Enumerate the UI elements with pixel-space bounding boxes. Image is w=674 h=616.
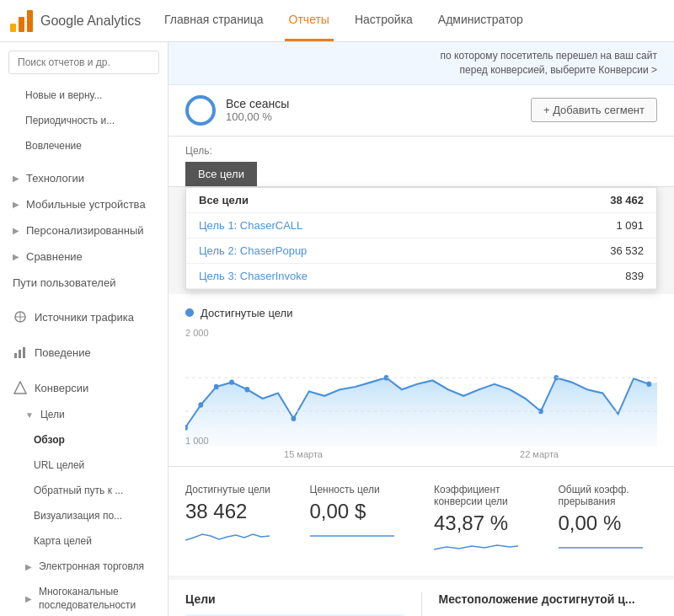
sidebar-item-reverse-path[interactable]: Обратный путь к ... xyxy=(0,478,168,503)
expand-arrow-icon: ▶ xyxy=(13,252,19,261)
metric-label-bounce: Общий коэфф. прерывания xyxy=(559,484,658,507)
sidebar-item-user-paths[interactable]: Пути пользователей xyxy=(0,270,168,296)
svg-rect-6 xyxy=(14,353,17,358)
svg-rect-2 xyxy=(27,10,33,32)
metric-value-bounce: 0,00 % xyxy=(559,512,658,535)
svg-point-13 xyxy=(229,379,234,384)
chart-yaxis: 2 000 1 000 xyxy=(185,328,209,446)
logo-text: Google Analytics xyxy=(40,13,141,29)
sessions-title: Все сеансы xyxy=(226,97,289,110)
bottom-right-title: Местоположение достигнутой ц... xyxy=(439,592,658,606)
goal-dropdown-table: Все цели 38 462 Цель 1: ChaserCALL 1 091… xyxy=(186,188,656,289)
header: Google Analytics Главная страница Отчеты… xyxy=(0,0,674,42)
metric-value: Ценность цели 0,00 $ xyxy=(310,484,409,559)
info-bar-text: по которому посетитель перешел на ваш са… xyxy=(441,49,657,78)
sidebar-item-new-returning[interactable]: Новые и верну... xyxy=(0,83,168,108)
x-label-2: 22 марта xyxy=(520,449,559,459)
sidebar-item-frequency[interactable]: Периодичность и... xyxy=(0,108,168,133)
svg-rect-0 xyxy=(10,24,16,32)
y-label-bottom: 1 000 xyxy=(185,436,209,446)
goal-value-cell: 38 462 xyxy=(513,188,656,213)
sessions-circle-icon xyxy=(185,95,216,126)
sidebar-item-behavior[interactable]: Поведение xyxy=(0,338,168,367)
chart-svg xyxy=(185,328,657,446)
nav-home[interactable]: Главная страница xyxy=(160,0,268,41)
goal-value-3: 839 xyxy=(513,263,656,288)
svg-rect-1 xyxy=(19,17,24,32)
goal-link-3[interactable]: Цель 3: ChaserInvoke xyxy=(199,270,308,282)
bottom-right: Местоположение достигнутой ц... 1. /gaze… xyxy=(421,592,658,616)
behavior-icon xyxy=(13,345,28,360)
svg-rect-8 xyxy=(23,347,25,358)
chart-legend: Достигнутые цели xyxy=(185,307,657,319)
nav-settings[interactable]: Настройка xyxy=(350,0,417,41)
main-nav: Главная страница Отчеты Настройка Админи… xyxy=(143,0,666,41)
goal-link-2[interactable]: Цель 2: ChaserPopup xyxy=(199,244,307,257)
metric-sparkline-bounce xyxy=(559,539,643,556)
table-row: Цель 3: ChaserInvoke 839 xyxy=(186,263,656,288)
sidebar-item-mobile[interactable]: ▶ Мобильные устройства xyxy=(0,191,168,217)
metric-goals: Достигнутые цели 38 462 xyxy=(185,484,285,559)
metric-label-value: Ценность цели xyxy=(310,484,409,495)
svg-point-15 xyxy=(292,415,297,420)
legend-dot-icon xyxy=(185,308,194,317)
svg-marker-9 xyxy=(14,382,26,394)
goal-link-1[interactable]: Цель 1: ChaserCALL xyxy=(199,219,302,232)
x-label-1: 15 марта xyxy=(284,449,323,459)
traffic-icon xyxy=(13,309,28,324)
metric-value-goals: 38 462 xyxy=(185,500,285,523)
svg-point-14 xyxy=(244,387,249,392)
sessions-percent: 100,00 % xyxy=(226,110,289,123)
nav-admin[interactable]: Администратор xyxy=(434,0,527,41)
goal-dropdown-popup: Все цели 38 462 Цель 1: ChaserCALL 1 091… xyxy=(185,187,657,290)
add-segment-button[interactable]: + Добавить сегмент xyxy=(531,98,657,122)
bottom-left: Цели Местоположение достигнутой цели › И… xyxy=(185,592,404,616)
sidebar-item-conversions[interactable]: Конверсии xyxy=(0,373,168,402)
sessions-left: Все сеансы 100,00 % xyxy=(185,95,289,126)
sidebar-item-multichannel[interactable]: ▶ Многоканальные последовательности xyxy=(0,579,168,616)
main-content: по которому посетитель перешел на ваш са… xyxy=(168,42,674,616)
goal-section: Цель: Все цели xyxy=(168,137,674,187)
chart-xaxis: 15 марта 22 марта xyxy=(185,446,657,466)
y-label-top: 2 000 xyxy=(185,328,209,338)
table-row: Все цели 38 462 xyxy=(186,188,656,213)
sidebar-item-goal-map[interactable]: Карта целей xyxy=(0,528,168,554)
sidebar-item-engagement[interactable]: Вовлечение xyxy=(0,133,168,158)
metric-value-value: 0,00 $ xyxy=(310,500,409,523)
sidebar-item-ecommerce[interactable]: ▶ Электронная торговля xyxy=(0,554,168,579)
table-row: Цель 1: ChaserCALL 1 091 xyxy=(186,212,656,238)
table-row: Цель 2: ChaserPopup 36 532 xyxy=(186,238,656,263)
sidebar-item-goals[interactable]: ▼ Цели xyxy=(0,402,168,427)
svg-rect-7 xyxy=(19,350,21,358)
metric-conversion: Коэффициент конверсии цели 43,87 % xyxy=(434,484,533,559)
goal-tab-all[interactable]: Все цели xyxy=(185,162,257,186)
sidebar-item-funnel-visualization[interactable]: Визуализация по... xyxy=(0,503,168,528)
logo: Google Analytics xyxy=(8,8,143,34)
search-input[interactable] xyxy=(8,51,159,74)
goal-value-2: 36 532 xyxy=(513,238,656,263)
expand-arrow-icon: ▶ xyxy=(13,200,19,209)
sidebar-item-traffic-sources[interactable]: Источники трафика xyxy=(0,303,168,331)
metric-label-conversion: Коэффициент конверсии цели xyxy=(434,484,533,507)
svg-point-12 xyxy=(214,383,219,388)
google-analytics-logo-icon xyxy=(8,8,34,34)
sidebar-item-goal-urls[interactable]: URL целей xyxy=(0,453,168,478)
bottom-left-title: Цели xyxy=(185,592,404,606)
expand-arrow-icon: ▶ xyxy=(25,562,32,571)
expand-arrow-icon: ▶ xyxy=(13,174,19,183)
metrics-row: Достигнутые цели 38 462 Ценность цели 0,… xyxy=(168,466,674,576)
sidebar-item-comparison[interactable]: ▶ Сравнение xyxy=(0,244,168,270)
goal-tabs: Все цели xyxy=(185,162,657,186)
metric-label-goals: Достигнутые цели xyxy=(185,484,285,495)
nav-reports[interactable]: Отчеты xyxy=(285,0,334,41)
metric-value-conversion: 43,87 % xyxy=(434,512,533,535)
bottom-section: Цели Местоположение достигнутой цели › И… xyxy=(168,580,674,616)
expand-down-icon: ▼ xyxy=(25,410,34,420)
sidebar-item-overview[interactable]: Обзор xyxy=(0,427,168,453)
conversions-icon xyxy=(13,380,28,395)
goal-value-1: 1 091 xyxy=(513,212,656,238)
search-box xyxy=(0,42,168,83)
sidebar-item-personalized[interactable]: ▶ Персонализированный xyxy=(0,217,168,244)
sessions-bar: Все сеансы 100,00 % + Добавить сегмент xyxy=(168,85,674,137)
sidebar-item-technology[interactable]: ▶ Технологии xyxy=(0,165,168,191)
